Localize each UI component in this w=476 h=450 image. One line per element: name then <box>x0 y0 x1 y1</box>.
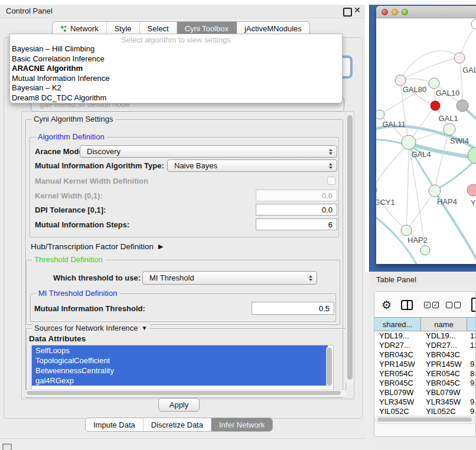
mi-steps-field[interactable]: 6 <box>256 219 337 230</box>
minimize-traffic-light-icon[interactable] <box>392 9 398 15</box>
network-window[interactable]: GALGAL80GAL10GAL1GAL11SWI4GAL4GCY1HAP4YH… <box>376 6 476 264</box>
table-hscrollbar-thumb[interactable] <box>377 418 472 422</box>
table-row[interactable]: YBR043CYBR043C <box>374 350 476 360</box>
attribute-item[interactable]: SelfLoops <box>32 345 328 356</box>
gear-icon[interactable]: ⚙ <box>382 298 392 312</box>
table-cell: YBR045C <box>421 379 467 388</box>
algorithm-option[interactable]: Bayesian – K2 <box>10 83 342 93</box>
network-node[interactable] <box>429 185 441 197</box>
settings-hscrollbar[interactable] <box>24 389 348 397</box>
table-cell: YER054C <box>421 369 467 379</box>
tab-network[interactable]: Network <box>53 22 107 35</box>
network-node[interactable] <box>467 184 476 196</box>
apply-button-label: Apply <box>169 400 189 409</box>
table-hscrollbar[interactable] <box>375 416 476 424</box>
tab-jactivemnodules[interactable]: jActiveMNodules <box>237 22 309 35</box>
aracne-mode-label: Aracne Mode: <box>35 147 86 156</box>
table-cell <box>467 388 476 397</box>
network-node[interactable] <box>468 147 476 164</box>
manual-kernel-width-checkbox[interactable] <box>327 177 335 185</box>
column-header[interactable]: A <box>467 317 476 331</box>
network-node[interactable] <box>429 78 439 89</box>
unchecked-box-icon[interactable] <box>446 302 452 308</box>
table-cell: YBL079W <box>421 388 467 397</box>
attributes-scrollbar[interactable] <box>326 347 332 388</box>
table-cell: YIL052C <box>374 407 421 416</box>
network-node[interactable] <box>454 53 465 63</box>
column-header[interactable]: name <box>421 317 467 331</box>
table-cell: 13 <box>467 331 476 341</box>
algorithm-option[interactable]: Basic Correlation Inference <box>10 54 342 64</box>
algorithm-option[interactable]: Dream8 DC_TDC Algorithm <box>10 93 342 103</box>
unchecked-box-icon[interactable] <box>454 302 461 308</box>
settings-vscrollbar-thumb[interactable] <box>347 115 353 380</box>
tab-cyni-toolbox[interactable]: Cyni Toolbox <box>177 22 237 35</box>
tab-style[interactable]: Style <box>107 22 140 35</box>
settings-scrollpane: Cyni Algorithm Settings Algorithm Defini… <box>21 111 354 399</box>
tab-select[interactable]: Select <box>140 22 177 35</box>
float-window-button[interactable] <box>343 8 352 17</box>
network-node[interactable] <box>402 135 416 149</box>
network-node[interactable] <box>431 101 440 110</box>
attribute-item[interactable]: TopologicalCoefficient <box>32 356 328 366</box>
mi-algorithm-type-combo[interactable]: Naive Bayes <box>167 159 337 172</box>
sources-group-title: Sources for Network Inference <box>34 324 138 332</box>
table-row[interactable]: YBL079WYBL079W <box>374 388 476 397</box>
apply-button[interactable]: Apply <box>158 398 200 412</box>
algorithm-option[interactable]: Bayesian – Hill Climbing <box>10 44 342 54</box>
tab-discretize-data[interactable]: Discretize Data <box>144 418 211 431</box>
network-canvas[interactable]: GALGAL80GAL10GAL1GAL11SWI4GAL4GCY1HAP4YH… <box>376 18 476 264</box>
top-strip <box>0 0 476 5</box>
tab-impute-data[interactable]: Impute Data <box>86 418 144 431</box>
table-row[interactable]: YER054CYER054C8. <box>374 369 476 379</box>
table-row[interactable]: YPR145WYPR145W9. <box>374 360 476 369</box>
node-label: GAL11 <box>382 120 406 129</box>
attribute-item[interactable]: BetweennessCentrality <box>32 366 328 376</box>
column-header[interactable]: shared... <box>374 317 421 331</box>
table-row[interactable]: YIL052CYIL052C9 <box>374 407 476 416</box>
attribute-item[interactable]: gal4RGexp <box>32 376 328 386</box>
table-row[interactable]: YDL19...YDL19...13 <box>374 331 476 341</box>
settings-hscrollbar-thumb[interactable] <box>27 391 341 395</box>
zoom-traffic-light-icon[interactable] <box>402 9 408 15</box>
mi-threshold-field[interactable]: 0.5 <box>252 302 334 315</box>
document-icon[interactable] <box>471 298 476 312</box>
settings-vscrollbar[interactable] <box>345 113 354 386</box>
network-window-titlebar[interactable] <box>376 6 476 18</box>
network-node[interactable] <box>457 100 468 112</box>
table-row[interactable]: YBR045CYBR045C9. <box>374 379 476 388</box>
network-node[interactable] <box>471 19 476 29</box>
network-node[interactable] <box>420 246 430 255</box>
node-label: GAL <box>462 66 476 74</box>
table-cell: YPR145W <box>421 360 467 369</box>
dpi-tolerance-field[interactable]: 0.0 <box>256 204 337 216</box>
aracne-mode-combo[interactable]: Discovery <box>80 145 337 158</box>
algorithm-option[interactable]: ARACNE Algorithm <box>10 64 342 74</box>
network-node[interactable] <box>401 225 412 236</box>
control-panel: Control Panel ✕ NetworkStyleSelectCyni T… <box>0 5 366 439</box>
network-node[interactable] <box>395 75 406 86</box>
sources-group-title-row[interactable]: Sources for Network Inference ▼ <box>32 324 149 332</box>
algorithm-option[interactable]: Mutual Information Inference <box>10 74 342 84</box>
stepper-arrows-icon <box>329 149 332 155</box>
checked-box-icon[interactable]: ✓ <box>424 302 431 308</box>
hub-definition-section[interactable]: Hub/Transcription Factor Definition ▶ <box>31 242 164 251</box>
kernel-width-field[interactable]: 0.0 <box>256 190 337 201</box>
close-traffic-light-icon[interactable] <box>382 9 388 15</box>
tab-infer-network[interactable]: Infer Network <box>211 418 272 431</box>
node-label: GAL1 <box>438 114 458 123</box>
checked-box-icon[interactable]: ✓ <box>432 302 439 308</box>
column-layout-icon[interactable] <box>401 300 413 310</box>
tab-label: Select <box>148 24 169 33</box>
algorithm-definition-group: Algorithm Definition Aracne Mode: Discov… <box>30 137 339 237</box>
collapsed-arrow-icon: ▶ <box>158 243 163 250</box>
table-panel-titlebar: Table Panel <box>369 273 476 288</box>
close-icon[interactable]: ✕ <box>354 5 361 15</box>
network-node[interactable] <box>376 110 384 119</box>
network-node[interactable] <box>444 123 455 135</box>
corner-widget[interactable] <box>2 444 12 450</box>
table-row[interactable]: YLR345WYLR345W9. <box>374 397 476 407</box>
network-node[interactable] <box>376 185 377 195</box>
table-row[interactable]: YDR27...YDR27...12 <box>374 341 476 350</box>
which-threshold-combo[interactable]: MI Threshold <box>142 271 317 285</box>
